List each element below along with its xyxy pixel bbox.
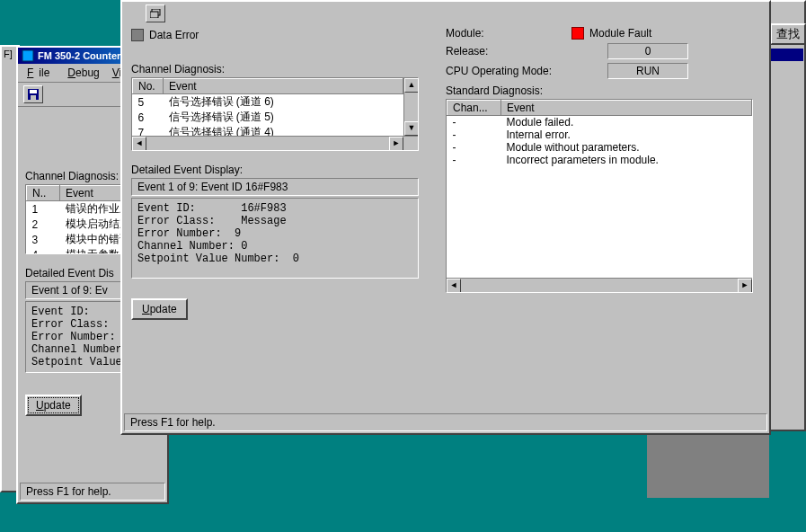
cpu-mode-value: RUN <box>607 63 688 79</box>
scroll-left-icon[interactable]: ◄ <box>132 137 146 151</box>
restore-icon <box>150 9 161 18</box>
module-fault-led <box>571 27 584 40</box>
detail-body: Event ID: 16#F983 Error Class: Message E… <box>131 198 419 279</box>
scrollbar-horizontal[interactable]: ◄► <box>447 278 752 292</box>
detail-header: Event 1 of 9: Event ID 16#F983 <box>131 178 419 196</box>
module-fault-label: Module Fault <box>589 27 651 40</box>
scroll-left-icon[interactable]: ◄ <box>447 279 461 293</box>
col-sevent[interactable]: Event <box>501 101 752 116</box>
svg-rect-2 <box>30 90 37 93</box>
channel-diagnosis-table[interactable]: No.Event 5信号选择错误 (通道 6) 6信号选择错误 (通道 5) 7… <box>131 77 419 151</box>
app-icon <box>22 49 34 62</box>
find-label: 查找 <box>776 26 800 42</box>
right-indicator <box>771 49 803 61</box>
scroll-right-icon[interactable]: ► <box>389 137 403 151</box>
scrollbar-vertical[interactable]: ▲▼ <box>403 78 418 136</box>
table-row[interactable]: -Module without parameters. <box>447 141 752 154</box>
update-button-back[interactable]: Update <box>25 395 82 416</box>
release-value: 0 <box>607 43 688 59</box>
scroll-up-icon[interactable]: ▲ <box>404 78 419 93</box>
svg-rect-5 <box>150 12 158 18</box>
foreground-window: Data Error Channel Diagnosis: No.Event 5… <box>120 0 771 435</box>
detailed-event-label: Detailed Event Display: <box>131 164 419 176</box>
find-button[interactable]: 查找 <box>770 23 806 45</box>
standard-diagnosis-table[interactable]: Chan...Event -Module failed. -Internal e… <box>446 99 753 293</box>
data-error-label: Data Error <box>149 29 199 41</box>
cpu-mode-label: CPU Operating Mode: <box>446 65 571 77</box>
table-row[interactable]: -Incorrect parameters in module. <box>447 154 752 166</box>
table-row[interactable]: 6信号选择错误 (通道 5) <box>133 110 403 125</box>
table-row[interactable]: -Internal error. <box>447 129 752 141</box>
decoration-block <box>647 433 769 498</box>
statusbar-back: Press F1 for help. <box>20 483 165 501</box>
release-label: Release: <box>446 45 571 58</box>
standard-diag-label: Standard Diagnosis: <box>446 84 762 97</box>
title-text-back: FM 350-2 Counter <box>38 50 120 61</box>
update-button[interactable]: Update <box>131 298 188 320</box>
channel-diag-label: Channel Diagnosis: <box>131 63 419 75</box>
col-event[interactable]: Event <box>164 79 403 94</box>
scrollbar-horizontal[interactable]: ◄► <box>132 136 418 150</box>
scroll-down-icon[interactable]: ▼ <box>404 121 419 136</box>
svg-rect-3 <box>31 95 36 100</box>
statusbar-front: Press F1 for help. <box>124 413 767 431</box>
table-row[interactable]: 7信号选择错误 (通道 4) <box>133 125 403 136</box>
menu-file[interactable]: File <box>22 66 60 80</box>
table-row[interactable]: 5信号选择错误 (通道 6) <box>133 94 403 111</box>
toolbar-front <box>122 2 769 20</box>
save-icon-button[interactable] <box>23 85 43 103</box>
data-error-led <box>131 29 144 41</box>
floppy-icon <box>27 88 40 101</box>
scroll-right-icon[interactable]: ► <box>738 279 752 293</box>
module-label: Module: <box>446 27 571 40</box>
svg-rect-0 <box>22 50 33 61</box>
col-chan[interactable]: Chan... <box>447 101 501 116</box>
col-n[interactable]: N.. <box>27 186 60 201</box>
menu-debug[interactable]: Debug <box>62 66 104 80</box>
table-row[interactable]: -Module failed. <box>447 116 752 129</box>
col-no[interactable]: No. <box>133 79 164 94</box>
